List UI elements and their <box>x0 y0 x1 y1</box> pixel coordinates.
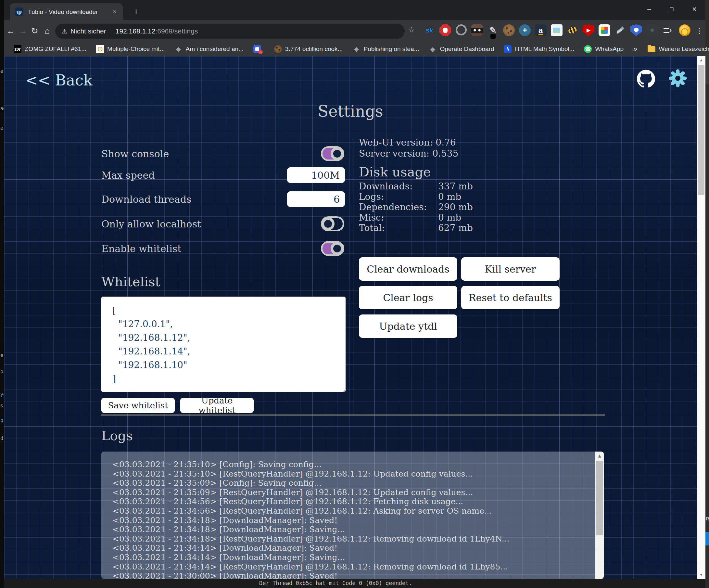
page-scrollbar[interactable]: ▲ ▼ <box>697 56 705 579</box>
folder-icon <box>648 46 655 52</box>
back-link[interactable]: << Back <box>25 72 93 89</box>
log-line: <03.03.2021 - 21:34:18> [DownloadManager… <box>112 516 589 525</box>
toggle-knob <box>321 217 335 230</box>
window-minimize-button[interactable]: – <box>639 0 660 18</box>
sk-extension-icon[interactable]: sk <box>423 24 435 36</box>
plus-circle-extension-icon[interactable]: + <box>519 24 531 36</box>
logs-scrollbar[interactable]: ▲ <box>595 452 604 579</box>
bookmark-star-icon[interactable]: ☆ <box>408 25 415 34</box>
photo-extension-icon[interactable] <box>551 24 562 36</box>
code-fragment: e <box>0 353 3 358</box>
reset-to-defaults-button[interactable]: Reset to defaults <box>461 286 559 309</box>
bookmark-favicon-icon: ☎ <box>584 45 592 53</box>
window-close-button[interactable]: × <box>684 0 705 18</box>
bookmark-html-math-symbols[interactable]: ϟ HTML Math Symbol... <box>504 45 574 53</box>
bookmark-zomg-zufall[interactable]: z0r ZOMG ZUFALL! #61... <box>14 45 86 53</box>
cookie-extension-icon[interactable] <box>503 24 515 36</box>
extensions-row: sk ✎ + a <box>423 24 674 36</box>
bookmark-operate-dashboard[interactable]: ◆ Operate Dashboard <box>429 45 494 53</box>
max-speed-input[interactable] <box>287 167 345 183</box>
only-allow-localhost-toggle[interactable] <box>321 216 344 231</box>
webui-version: Web-UI version: 0.76 <box>359 137 458 148</box>
settings-gear-icon[interactable] <box>668 69 687 88</box>
code-fragment: yo <box>0 391 4 397</box>
bookmark-unity-question[interactable]: ◆ Am i considered an... <box>175 45 243 53</box>
update-ytdl-button[interactable]: Update ytdl <box>359 314 457 338</box>
not-secure-warning-icon: ⚠ <box>62 28 67 35</box>
whitelist-textarea[interactable]: [ "127.0.0.1", "192.168.1.12", "192.168.… <box>101 297 346 392</box>
log-line: <03.03.2021 - 21:35:10> [Config]: Saving… <box>112 460 589 469</box>
ring-extension-icon[interactable] <box>456 24 467 35</box>
scroll-down-icon[interactable]: ▼ <box>697 572 705 577</box>
disk-usage-heading: Disk usage <box>359 164 431 179</box>
bookmarks-bar: z0r ZOMG ZUFALL! #61... Multiple-Choice … <box>4 42 705 56</box>
log-line: <03.03.2021 - 21:34:14> [DownloadManager… <box>112 543 589 553</box>
clear-downloads-button[interactable]: Clear downloads <box>359 257 457 281</box>
enable-whitelist-toggle[interactable] <box>321 241 344 256</box>
stop-hand-extension-icon[interactable] <box>440 24 451 36</box>
scroll-up-icon[interactable]: ▲ <box>595 454 604 458</box>
bookmark-favicon-icon: ϟ <box>504 45 511 53</box>
show-console-toggle[interactable] <box>321 146 344 161</box>
bookmark-favicon-icon <box>274 45 282 53</box>
mask-extension-icon[interactable] <box>471 24 483 36</box>
bookmark-favicon-icon: ◆ <box>352 45 360 53</box>
max-speed-label: Max speed <box>101 170 155 181</box>
bookmark-pinned-icon[interactable] <box>253 45 264 53</box>
bookmark-steam-publishing[interactable]: ◆ Publishing on stea... <box>352 45 419 53</box>
other-bookmarks-folder[interactable]: Weitere Lesezeichen <box>648 46 709 53</box>
kill-server-button[interactable]: Kill server <box>461 257 559 281</box>
scroll-up-icon[interactable]: ▲ <box>697 58 705 62</box>
bee-extension-icon[interactable] <box>567 24 578 36</box>
address-bar[interactable]: ⚠ Nicht sicher 192.168.1.12 :6969/settin… <box>55 24 405 39</box>
page-title: Settings <box>4 102 697 120</box>
code-fragment: p <box>0 369 3 375</box>
code-fragment: ag <box>0 106 4 111</box>
code-fragment: d <box>0 435 3 441</box>
playlist-extension-icon[interactable]: ♪ <box>662 24 674 36</box>
logs-scrollbar-thumb[interactable] <box>596 461 603 535</box>
log-line: <03.03.2021 - 21:34:56> [RestQueryHandle… <box>112 497 589 507</box>
window-maximize-button[interactable]: □ <box>661 0 682 18</box>
bookmark-favicon-icon: ◆ <box>175 45 182 53</box>
log-line: <03.03.2021 - 21:34:14> [DownloadManager… <box>112 553 589 562</box>
bookmarks-overflow-chevron[interactable]: » <box>633 45 637 53</box>
pen-extension-icon[interactable]: ✎ <box>487 24 499 36</box>
security-label[interactable]: Nicht sicher <box>71 27 106 35</box>
log-line: <03.03.2021 - 21:35:09> [RestQueryHandle… <box>112 488 589 497</box>
page-scrollbar-thumb[interactable] <box>698 65 705 195</box>
update-whitelist-button[interactable]: Update whitelist <box>180 398 254 413</box>
bookmark-cookie-clicker[interactable]: 3.774 octillion cook... <box>274 45 343 53</box>
browser-toolbar: ← → ↻ ⌂ ⚠ Nicht sicher 192.168.1.12 :696… <box>4 20 705 42</box>
bookmark-favicon-icon: z0r <box>14 45 21 53</box>
bookmark-whatsapp[interactable]: ☎ WhatsApp <box>584 45 624 53</box>
log-line: <03.03.2021 - 21:30:00> [DownloadManager… <box>112 571 589 579</box>
background-window-sliver: R <box>705 0 709 588</box>
background-window-blue-patch <box>705 532 709 545</box>
browser-menu-icon[interactable]: ⋮ <box>695 24 704 38</box>
new-tab-button[interactable]: + <box>131 6 141 18</box>
browser-tab[interactable]: ψ Tubio - Video downloader × <box>10 3 123 20</box>
blue-shield-extension-icon[interactable] <box>630 24 642 36</box>
disk-usage-row: Dependencies: 290 mb <box>359 202 541 212</box>
home-button[interactable]: ⌂ <box>40 24 54 38</box>
syringe-extension-icon[interactable] <box>614 24 626 36</box>
github-icon[interactable] <box>637 70 655 88</box>
profile-avatar[interactable] <box>679 24 690 36</box>
google-extension-icon[interactable] <box>599 24 610 36</box>
log-line: <03.03.2021 - 21:34:18> [DownloadManager… <box>112 525 589 534</box>
column-divider <box>353 139 353 415</box>
amazon-extension-icon[interactable]: a <box>535 24 547 36</box>
reload-button[interactable]: ↻ <box>28 24 42 38</box>
download-threads-input[interactable] <box>287 191 345 207</box>
background-code-editor-sliver: et ag et e p yo s or d <box>0 0 4 588</box>
save-whitelist-button[interactable]: Save whitelist <box>101 398 175 413</box>
back-button[interactable]: ← <box>4 24 18 38</box>
shield-play-extension-icon[interactable]: ▶ <box>583 24 594 36</box>
clear-logs-button[interactable]: Clear logs <box>359 286 457 309</box>
puzzle-extension-icon[interactable] <box>646 24 658 36</box>
tab-close-icon[interactable]: × <box>110 7 119 16</box>
section-divider <box>101 414 605 415</box>
bookmark-multiple-choice[interactable]: Multiple-Choice mit... <box>96 45 165 53</box>
code-fragment: or <box>0 417 4 423</box>
